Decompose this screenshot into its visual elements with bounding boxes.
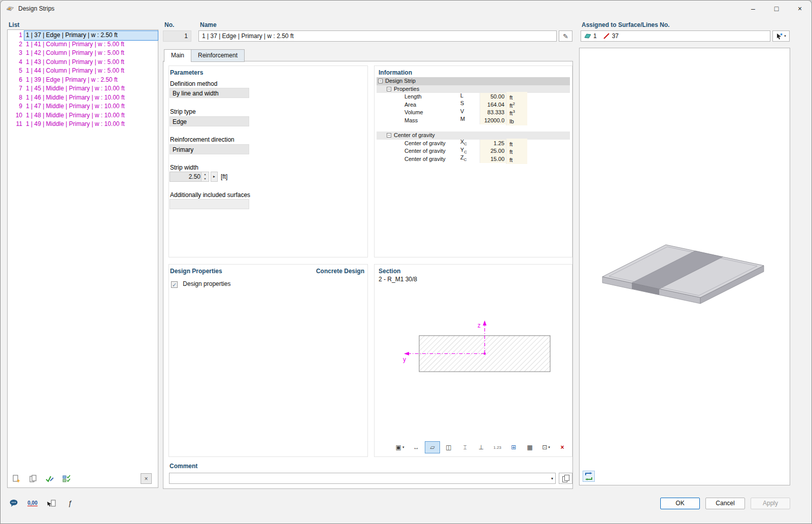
section-drawing: z y [375, 285, 573, 437]
spin-up-icon[interactable]: ▴ [201, 172, 209, 177]
edit-name-button[interactable]: ✎ [559, 30, 572, 42]
window-title: Design Strips [18, 5, 54, 12]
numbering-icon: 1.23 [493, 445, 501, 450]
comment-title: Comment [170, 463, 197, 470]
name-label: Name [200, 21, 217, 28]
collapse-icon[interactable]: − [387, 133, 391, 138]
info-row: Center of gravity ZC 15.00 ft [377, 155, 570, 163]
comment-combobox[interactable]: ▾ [169, 473, 556, 484]
close-button[interactable]: × [788, 1, 811, 17]
ok-button[interactable]: OK [660, 498, 700, 509]
list-item[interactable]: 111 | 49 | Middle | Primary | w : 10.00 … [8, 120, 158, 129]
combo-arrow-icon[interactable]: ▾ [551, 473, 553, 483]
sync-view-button[interactable] [583, 471, 595, 482]
units-icon: 0,00 [27, 500, 37, 506]
list-item[interactable]: 81 | 46 | Middle | Primary | w : 10.00 f… [8, 93, 158, 103]
section-view-type-button[interactable]: ▣▾ [392, 441, 408, 453]
dropdown-icon: ▾ [548, 445, 550, 449]
tree-node-design-strip[interactable]: − Design Strip [377, 77, 570, 85]
design-properties-checkbox-row[interactable]: ✓ Design properties [171, 280, 230, 288]
main-tab-panel: Parameters Definition method By line and… [163, 61, 573, 489]
section-group: Section 2 - R_M1 30/8 z y ▣▾ ↔ [374, 264, 572, 457]
tab-main[interactable]: Main [164, 49, 191, 62]
strip-type-label: Strip type [170, 108, 196, 115]
list-title: List [9, 21, 19, 28]
collapse-icon[interactable]: − [378, 79, 383, 83]
name-field[interactable]: 1 | 37 | Edge | Primary | w : 2.50 ft [198, 30, 557, 42]
add-item-button[interactable] [10, 473, 23, 485]
no-label: No. [164, 21, 174, 28]
section-stress-points-button[interactable]: ⌶ [457, 441, 472, 453]
axis-y-arrow [404, 352, 409, 355]
delete-item-button[interactable]: × [141, 473, 152, 484]
tab-reinforcement[interactable]: Reinforcement [191, 49, 245, 62]
design-properties-checkbox-label: Design properties [183, 280, 230, 287]
section-axes-button[interactable]: ◫ [441, 441, 456, 453]
comment-bubble-button[interactable] [7, 497, 21, 510]
assigned-label: Assigned to Surface/Lines No. [582, 21, 669, 28]
formula-icon: ƒ [68, 499, 72, 507]
app-icon [6, 5, 14, 13]
section-values-table-button[interactable]: ⊞ [506, 441, 521, 453]
section-reset-button[interactable]: × [555, 441, 570, 453]
design-properties-checkbox[interactable]: ✓ [171, 281, 178, 288]
minimize-button[interactable]: – [741, 1, 765, 17]
spin-down-icon[interactable]: ▾ [201, 177, 209, 181]
definition-method-field[interactable]: By line and width [170, 88, 249, 98]
axis-z-arrow [483, 320, 486, 325]
design-strip-list[interactable]: 11 | 37 | Edge | Primary | w : 2.50 ft 2… [7, 29, 158, 488]
copy-item-button[interactable] [26, 473, 40, 485]
list-item[interactable]: 31 | 42 | Column | Primary | w : 5.00 ft [8, 49, 158, 58]
list-item[interactable]: 101 | 48 | Middle | Primary | w : 10.00 … [8, 111, 158, 120]
strip-type-field[interactable]: Edge [170, 116, 249, 126]
section-grid-button[interactable]: ▦ [522, 441, 537, 453]
formula-button[interactable]: ƒ [63, 497, 77, 510]
section-numbering-button[interactable]: 1.23 [490, 441, 505, 453]
list-item[interactable]: 41 | 43 | Column | Primary | w : 5.00 ft [8, 58, 158, 67]
pick-width-button[interactable]: ▸ [211, 172, 218, 182]
comment-group: Comment ▾ [168, 461, 572, 487]
list-item[interactable]: 71 | 45 | Middle | Primary | w : 10.00 f… [8, 84, 158, 93]
section-outline-button[interactable]: ▱ [425, 441, 440, 453]
section-print-button[interactable]: ⊡▾ [538, 441, 554, 453]
check-edit-icon [45, 474, 54, 483]
maximize-button[interactable]: □ [765, 1, 788, 17]
expand-right-icon: ▸ [213, 174, 215, 179]
list-item[interactable]: 51 | 44 | Column | Primary | w : 5.00 ft [8, 67, 158, 76]
additional-surfaces-field[interactable] [170, 199, 249, 209]
apply-button[interactable]: Apply [751, 498, 790, 509]
info-row: Mass M 12000.0 lb [377, 117, 570, 125]
reinforcement-direction-label: Reinforcement direction [170, 136, 234, 143]
view-type-icon: ▣ [396, 444, 401, 451]
axis-y-label: y [403, 356, 406, 363]
assigned-line-no: 37 [612, 31, 619, 41]
strip-width-stepper[interactable]: 2.50 ▴ ▾ [170, 172, 209, 182]
assigned-field[interactable]: 1 37 [581, 30, 770, 42]
apply-check-button[interactable] [43, 473, 56, 485]
reinforcement-direction-field[interactable]: Primary [170, 144, 249, 154]
list-item[interactable]: 91 | 47 | Middle | Primary | w : 10.00 f… [8, 102, 158, 111]
section-parts-button[interactable]: ⊥ [473, 441, 489, 453]
list-item-selected[interactable]: 11 | 37 | Edge | Primary | w : 2.50 ft [8, 31, 158, 40]
pick-assigned-button[interactable]: ▾ [772, 30, 790, 42]
section-dimensions-button[interactable]: ↔ [409, 441, 424, 453]
check-list-icon [62, 474, 71, 483]
model-3d-viewport[interactable] [579, 48, 790, 485]
slab-3d-view [580, 48, 790, 485]
information-table: − Design Strip − Properties Length L 50.… [377, 77, 570, 163]
list-item[interactable]: 61 | 39 | Edge | Primary | w : 2.50 ft [8, 76, 158, 85]
speech-bubble-icon [9, 499, 18, 508]
cancel-button[interactable]: Cancel [705, 498, 745, 509]
select-arrow-icon [776, 33, 783, 40]
concrete-design-label: Concrete Design [316, 268, 364, 275]
list-item[interactable]: 21 | 41 | Column | Primary | w : 5.00 ft [8, 40, 158, 49]
copy-comment-button[interactable] [559, 473, 572, 484]
batch-select-button[interactable] [60, 473, 73, 485]
units-button[interactable]: 0,00 [25, 497, 40, 510]
pick-object-button[interactable] [44, 497, 58, 510]
copy-sheet-icon [28, 474, 38, 483]
check-icon: ✓ [172, 282, 177, 288]
design-properties-group: Design Properties Concrete Design ✓ Desi… [168, 264, 368, 457]
title-bar: Design Strips – □ × [1, 1, 811, 17]
collapse-icon[interactable]: − [387, 87, 391, 91]
